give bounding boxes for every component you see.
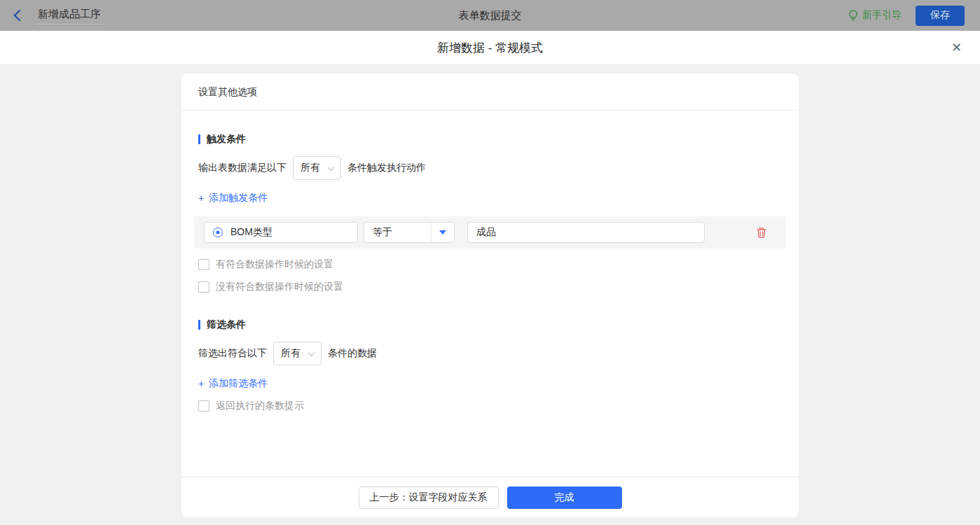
chevron-down-icon [308,349,315,356]
condition-operator-value: 等于 [373,226,392,239]
options-card: 设置其他选项 触发条件 输出表数据满足以下 所有 条件触发执行动作 + 添加触发… [181,74,799,517]
plus-icon: + [198,192,204,204]
done-button[interactable]: 完成 [507,486,622,509]
has-match-checkbox[interactable] [198,259,209,270]
trigger-sentence-suffix: 条件触发执行动作 [347,162,426,174]
save-button[interactable]: 保存 [916,6,965,26]
condition-field-select[interactable]: BOM类型 [204,222,358,243]
section-accent-bar [198,134,200,144]
beginner-guide-link[interactable]: 新手引导 [848,9,902,22]
no-match-checkbox-row: 没有符合数据操作时候的设置 [198,281,782,293]
plus-icon: + [198,378,204,389]
previous-step-button[interactable]: 上一步：设置字段对应关系 [359,486,499,509]
filter-sentence-suffix: 条件的数据 [328,347,377,360]
filter-section-title: 筛选条件 [198,318,782,331]
add-filter-condition-link[interactable]: + 添加筛选条件 [198,377,268,390]
trigger-match-mode-select[interactable]: 所有 [293,156,341,180]
count-tip-checkbox[interactable] [198,400,209,412]
condition-value-input[interactable] [467,222,705,243]
filter-match-mode-value: 所有 [281,347,301,360]
card-header-title: 设置其他选项 [181,74,799,111]
condition-field-value: BOM类型 [230,226,272,239]
process-title[interactable]: 新增成品工序 [35,6,104,24]
condition-operator-select[interactable]: 等于 [364,222,455,243]
caret-down-icon [439,230,446,234]
no-match-checkbox[interactable] [198,281,209,293]
add-trigger-condition-link[interactable]: + 添加触发条件 [198,192,268,204]
close-icon[interactable]: ✕ [951,41,962,54]
top-bar: 新增成品工序 表单数据提交 新手引导 保存 [0,0,980,31]
back-button[interactable]: 新增成品工序 [15,6,104,24]
lightbulb-icon [848,10,858,22]
back-chevron-icon [14,10,26,22]
add-trigger-condition-label: 添加触发条件 [209,192,268,204]
page-title: 表单数据提交 [459,9,522,22]
chevron-down-icon [328,164,335,171]
card-footer: 上一步：设置字段对应关系 完成 [181,477,799,517]
no-match-checkbox-label[interactable]: 没有符合数据操作时候的设置 [216,281,343,293]
card-body: 触发条件 输出表数据满足以下 所有 条件触发执行动作 + 添加触发条件 BOM类… [181,111,799,477]
trigger-section-title: 触发条件 [198,133,782,146]
operator-caret-zone [431,223,454,242]
count-tip-checkbox-label[interactable]: 返回执行的条数提示 [216,400,304,412]
trigger-sentence-prefix: 输出表数据满足以下 [198,162,287,174]
filter-sentence-prefix: 筛选出符合以下 [198,347,267,360]
add-filter-condition-label: 添加筛选条件 [209,377,268,390]
modal-title: 新增数据 - 常规模式 [437,40,543,56]
filter-match-sentence: 筛选出符合以下 所有 条件的数据 [198,342,782,365]
count-tip-checkbox-row: 返回执行的条数提示 [198,400,782,412]
trigger-section-label: 触发条件 [207,133,246,146]
topbar-actions: 新手引导 保存 [848,6,965,26]
filter-match-mode-select[interactable]: 所有 [273,342,322,365]
trash-icon [756,227,767,239]
filter-section-label: 筛选条件 [207,318,246,331]
has-match-checkbox-label[interactable]: 有符合数据操作时候的设置 [216,258,333,271]
section-accent-bar [198,320,200,330]
has-match-checkbox-row: 有符合数据操作时候的设置 [198,258,782,271]
beginner-guide-label: 新手引导 [862,9,902,22]
trigger-match-sentence: 输出表数据满足以下 所有 条件触发执行动作 [198,156,782,180]
radio-selected-icon [213,227,223,237]
trigger-condition-row: BOM类型 等于 [194,216,786,248]
trigger-match-mode-value: 所有 [301,162,320,174]
modal-body: 设置其他选项 触发条件 输出表数据满足以下 所有 条件触发执行动作 + 添加触发… [0,74,980,525]
delete-condition-button[interactable] [756,227,767,239]
modal-header: 新增数据 - 常规模式 ✕ [0,31,980,65]
